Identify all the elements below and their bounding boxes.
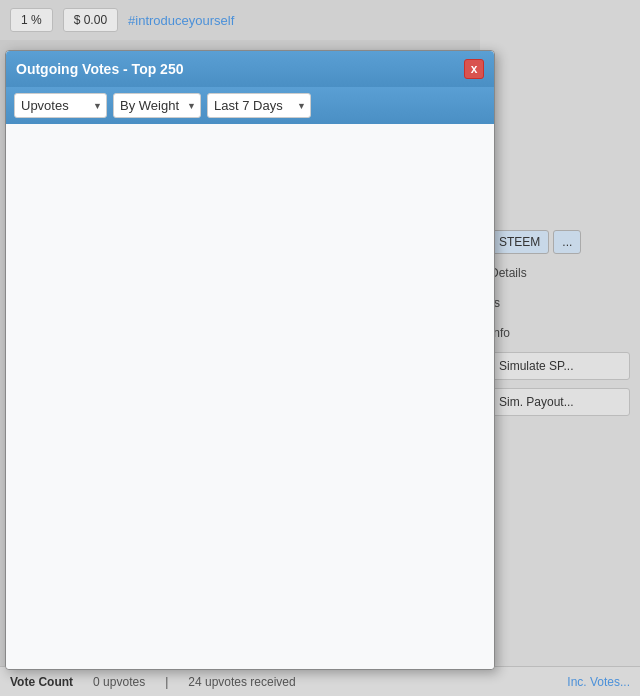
- modal-header: Outgoing Votes - Top 250 x: [6, 51, 494, 87]
- upvotes-value: 0 upvotes: [93, 675, 145, 689]
- inc-votes-button[interactable]: Inc. Votes...: [567, 675, 630, 689]
- vote-count-label: Vote Count: [10, 675, 73, 689]
- steem-button[interactable]: STEEM: [490, 230, 549, 254]
- stat-percent: 1 %: [10, 8, 53, 32]
- background-tag: #introduceyourself: [128, 13, 234, 28]
- time-range-select[interactable]: Last 7 Days Last 30 Days Last 90 Days: [207, 93, 311, 118]
- separator: |: [165, 675, 168, 689]
- info-label: Info: [490, 322, 630, 344]
- modal-overlay: Outgoing Votes - Top 250 x Upvotes Downv…: [5, 50, 495, 670]
- sim-payout-button[interactable]: Sim. Payout...: [490, 388, 630, 416]
- modal-close-button[interactable]: x: [464, 59, 484, 79]
- simulate-sp-button[interactable]: Simulate SP...: [490, 352, 630, 380]
- right-panel: STEEM ... Details rs Info Simulate SP...…: [480, 0, 640, 696]
- more-button[interactable]: ...: [553, 230, 581, 254]
- modal-toolbar: Upvotes Downvotes By Weight By Count By …: [6, 87, 494, 124]
- sort-by-wrapper: By Weight By Count By Value: [113, 93, 201, 118]
- steem-row: STEEM ...: [490, 230, 630, 254]
- vote-type-select[interactable]: Upvotes Downvotes: [14, 93, 107, 118]
- modal-title: Outgoing Votes - Top 250: [16, 61, 183, 77]
- sort-by-select[interactable]: By Weight By Count By Value: [113, 93, 201, 118]
- received-value: 24 upvotes received: [188, 675, 295, 689]
- details-label: Details: [490, 262, 630, 284]
- modal-body: [6, 124, 494, 669]
- outgoing-votes-modal: Outgoing Votes - Top 250 x Upvotes Downv…: [5, 50, 495, 670]
- bottom-bar: Vote Count 0 upvotes | 24 upvotes receiv…: [0, 666, 640, 696]
- followers-label: rs: [490, 292, 630, 314]
- time-range-wrapper: Last 7 Days Last 30 Days Last 90 Days: [207, 93, 311, 118]
- stat-dollar: $ 0.00: [63, 8, 118, 32]
- vote-type-wrapper: Upvotes Downvotes: [14, 93, 107, 118]
